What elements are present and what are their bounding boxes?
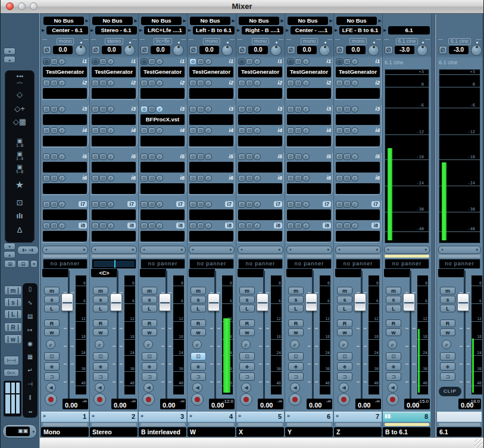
insert-state-button[interactable]: ⊡ <box>386 352 401 361</box>
insert-bypass-button[interactable]: ⊟ <box>246 175 253 181</box>
phase-button[interactable]: ∅ <box>336 46 344 54</box>
insert-edit-button[interactable]: e <box>107 127 114 134</box>
insert-edit-button[interactable]: e <box>156 175 163 181</box>
insert-edit-button[interactable]: e <box>205 175 212 181</box>
fader-track[interactable] <box>166 271 167 409</box>
listen-button[interactable]: L <box>386 305 401 312</box>
insert-slot[interactable]: TestGenerator <box>92 67 136 77</box>
strip-handle[interactable] <box>92 423 136 426</box>
insert-slot[interactable] <box>140 88 185 99</box>
insert-slot[interactable] <box>238 114 282 125</box>
insert-edit-button[interactable]: e <box>302 106 310 112</box>
insert-edit-button[interactable]: e <box>107 106 114 112</box>
insert-edit-button[interactable]: e <box>254 127 261 134</box>
fader-value-display[interactable]: 0.00-18.0 <box>458 399 481 409</box>
phase-button[interactable]: ∅ <box>43 46 51 54</box>
insert-bypass-button[interactable]: ⊟ <box>197 58 204 65</box>
insert-power-button[interactable]: ⊙ <box>92 175 99 181</box>
fader-cap[interactable] <box>110 293 122 311</box>
section-handle[interactable] <box>287 255 332 258</box>
section-scroll-row[interactable]: ◂▾ <box>286 246 332 254</box>
insert-power-button[interactable]: ⊙ <box>238 175 245 181</box>
edit-channel-button[interactable]: e <box>192 340 202 349</box>
channel-number-row[interactable]: »1 <box>41 412 89 422</box>
midi-channels-icon[interactable]: ◉ <box>27 341 33 347</box>
section-handle[interactable] <box>385 255 429 258</box>
input-routing[interactable]: No Bus▶ <box>139 17 187 25</box>
insert-bypass-button[interactable]: ⊟ <box>344 127 351 134</box>
insert-slot[interactable] <box>287 183 331 194</box>
fader-value-display[interactable]: 0.00-∞ <box>307 399 332 409</box>
insert-bypass-button[interactable]: ⊟ <box>295 223 302 229</box>
insert-edit-button[interactable]: e <box>351 201 358 208</box>
insert-slot[interactable] <box>336 162 380 173</box>
edit-channel-button[interactable]: e <box>388 340 397 349</box>
mute-button[interactable]: m <box>239 287 255 295</box>
insert-slot[interactable] <box>336 136 380 146</box>
insert-bypass-button[interactable]: ⊟ <box>51 153 58 160</box>
send-state-button[interactable]: ⊐ <box>191 372 206 381</box>
input-gain-knob[interactable] <box>471 45 482 56</box>
insert-power-button[interactable]: ⊙ <box>336 153 343 160</box>
channel-number-row[interactable]: »2 <box>90 412 138 422</box>
insert-bypass-button[interactable]: ⊟ <box>295 106 302 112</box>
phase-button[interactable]: ∅ <box>189 46 198 54</box>
monitor-button[interactable]: ◀ <box>46 383 56 393</box>
fader-cap[interactable] <box>159 293 171 311</box>
insert-slot[interactable] <box>92 231 136 242</box>
rewire-channels-icon[interactable]: ↵ <box>27 368 32 374</box>
insert-power-button[interactable]: ⊙ <box>43 223 50 229</box>
insert-slot[interactable] <box>189 136 233 146</box>
insert-bypass-button[interactable]: ⊟ <box>99 201 107 208</box>
insert-slot[interactable] <box>43 136 87 146</box>
fader-value-display[interactable]: 0.00-∞ <box>160 399 186 409</box>
mute-button[interactable]: m <box>93 287 108 295</box>
insert-power-button[interactable]: ⊙ <box>140 106 148 112</box>
insert-slot[interactable] <box>287 88 331 99</box>
insert-slot[interactable] <box>92 162 136 173</box>
insert-bypass-button[interactable]: ⊟ <box>246 80 253 86</box>
channel-name[interactable]: B interleaved <box>139 427 186 437</box>
listen-button[interactable]: L <box>337 305 352 312</box>
insert-power-button[interactable]: ⊙ <box>92 58 99 65</box>
phase-button[interactable]: ∅ <box>92 46 100 54</box>
scroll-up-button-2[interactable]: ▴ <box>4 251 15 258</box>
monitor-button[interactable]: ◀ <box>95 383 105 393</box>
scroll-down-button[interactable]: ▾ <box>4 48 15 55</box>
insert-power-button[interactable]: ⊙ <box>287 175 294 181</box>
insert-slot[interactable] <box>189 183 233 194</box>
insert-slot[interactable] <box>140 183 185 194</box>
insert-edit-button[interactable]: e <box>205 223 212 229</box>
insert-slot[interactable]: BFProcX.vst <box>140 114 185 125</box>
insert-edit-button[interactable]: e <box>107 201 114 208</box>
eq-state-button[interactable]: ◈ <box>288 362 304 371</box>
channel-number-row[interactable]: ▮▮▫8 <box>383 412 430 422</box>
insert-bypass-button[interactable]: ⊟ <box>99 223 107 229</box>
monitor-button[interactable]: ◀ <box>339 383 349 393</box>
eq-state-button[interactable]: ◈ <box>191 362 206 371</box>
insert-state-button[interactable]: ⊡ <box>93 352 108 361</box>
fader-track[interactable] <box>214 271 216 409</box>
insert-edit-button[interactable]: e <box>58 80 65 86</box>
insert-slot[interactable] <box>92 136 136 146</box>
instrument-channels-icon[interactable]: ▦ <box>27 354 33 360</box>
show-sends-5-8-icon[interactable]: ▣5-8 <box>5 163 35 174</box>
section-handle[interactable] <box>336 255 380 258</box>
record-enable-button[interactable] <box>191 393 204 406</box>
insert-bypass-button[interactable]: ⊟ <box>246 223 253 229</box>
insert-power-button[interactable]: ⊙ <box>92 153 99 160</box>
write-button[interactable]: w <box>142 328 157 336</box>
insert-bypass-button[interactable]: ⊟ <box>51 58 58 65</box>
fader-track[interactable] <box>68 271 70 409</box>
insert-power-button[interactable]: ⊙ <box>140 127 148 134</box>
insert-bypass-button[interactable]: ⊟ <box>246 106 253 112</box>
insert-slot[interactable] <box>92 183 136 194</box>
fader-value-display[interactable]: 0.00-∞ <box>355 399 381 409</box>
phase-button[interactable]: ∅ <box>287 46 295 54</box>
send-state-button[interactable]: ⊐ <box>239 372 255 381</box>
fader-value-display[interactable]: 0.00-15.0 <box>404 399 430 409</box>
insert-bypass-button[interactable]: ⊟ <box>51 80 58 86</box>
insert-edit-button[interactable]: e <box>302 201 310 208</box>
input-channels-icon[interactable]: ∿ <box>27 300 32 306</box>
insert-edit-button[interactable]: e <box>302 80 310 86</box>
